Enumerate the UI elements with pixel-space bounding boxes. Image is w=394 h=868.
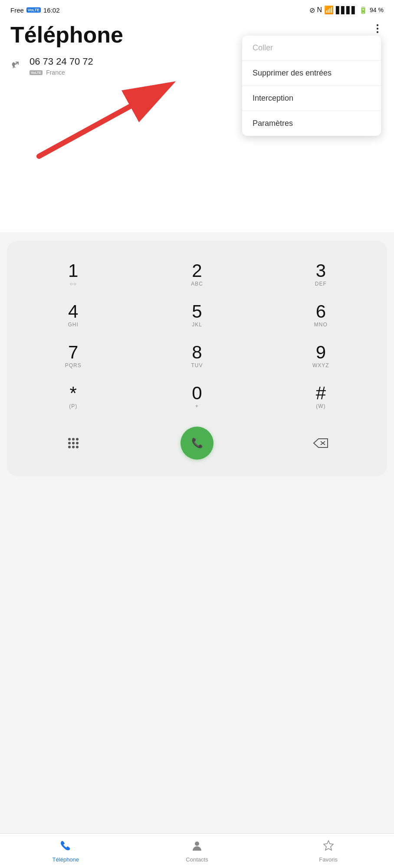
key-letters-8: TUV	[191, 362, 203, 368]
grid-dots-icon	[66, 435, 81, 451]
key-star[interactable]: * (P)	[11, 376, 135, 417]
favoris-nav-icon	[322, 839, 335, 855]
status-left: Free VoLTE 16:02	[10, 7, 60, 14]
key-number-3: 3	[316, 262, 326, 280]
dialpad-action-row: 📞 VoLTE	[11, 419, 383, 467]
svg-point-6	[72, 438, 75, 441]
carrier-label: Free	[10, 7, 24, 14]
key-letters-6: MNO	[314, 322, 328, 328]
key-number-6: 6	[316, 302, 326, 321]
middle-space	[0, 163, 394, 232]
call-button[interactable]: 📞 VoLTE	[181, 427, 213, 460]
dialpad-dots-button[interactable]	[11, 419, 135, 467]
call-phone-icon: 📞	[188, 434, 206, 452]
key-number-7: 7	[68, 343, 78, 362]
battery-icon: 🔋	[359, 6, 368, 14]
menu-item-coller[interactable]: Coller	[242, 36, 381, 61]
key-number-hash: #	[316, 384, 326, 402]
signal-icon: ▋▋▋▋	[336, 6, 357, 14]
key-3[interactable]: 3 DEF	[259, 254, 383, 295]
annotation-arrow	[26, 93, 178, 163]
key-letters-1: ○○	[69, 281, 77, 287]
volte-small-badge: VoLTE	[30, 70, 43, 75]
svg-point-8	[68, 442, 71, 444]
key-7[interactable]: 7 PQRS	[11, 335, 135, 376]
dialpad-section: 1 ○○ 2 ABC 3 DEF 4 GHI 5 JKL 6 MNO 7 PQR…	[7, 241, 387, 476]
contacts-nav-label: Contacts	[186, 856, 208, 863]
svg-line-4	[39, 106, 130, 156]
menu-item-parametres[interactable]: Paramètres	[242, 111, 381, 136]
volte-badge: VoLTE	[26, 7, 41, 13]
svg-point-0	[377, 24, 378, 26]
status-right: ⊘ N 📶 ▋▋▋▋ 🔋 94 %	[309, 5, 384, 15]
key-letters-7: PQRS	[65, 362, 82, 368]
recent-call-info: 06 73 24 70 72 VoLTE France	[30, 56, 93, 76]
svg-point-5	[68, 438, 71, 441]
key-hash[interactable]: # (W)	[259, 376, 383, 417]
key-number-4: 4	[68, 302, 78, 321]
key-number-2: 2	[192, 262, 202, 280]
svg-point-11	[68, 446, 71, 448]
dropdown-menu: Coller Supprimer des entrées Interceptio…	[242, 36, 381, 136]
key-number-9: 9	[316, 343, 326, 362]
crossed-circle-icon: ⊘	[309, 6, 315, 14]
more-button[interactable]	[371, 23, 384, 37]
key-letters-star: (P)	[69, 403, 77, 409]
menu-item-interception[interactable]: Interception	[242, 86, 381, 111]
telephone-nav-icon	[59, 839, 72, 855]
nav-telephone[interactable]: Téléphone	[0, 834, 131, 868]
svg-point-1	[377, 28, 378, 30]
key-number-8: 8	[192, 343, 202, 362]
dialpad-grid: 1 ○○ 2 ABC 3 DEF 4 GHI 5 JKL 6 MNO 7 PQR…	[11, 254, 383, 417]
wifi-icon: 📶	[324, 5, 334, 15]
key-letters-0: +	[195, 403, 199, 409]
favoris-nav-label: Favoris	[319, 856, 338, 863]
svg-marker-18	[324, 841, 333, 850]
svg-point-7	[76, 438, 79, 441]
telephone-nav-label: Téléphone	[53, 856, 79, 863]
call-country: France	[46, 69, 65, 76]
status-icons: ⊘ N 📶 ▋▋▋▋ 🔋 94 %	[309, 5, 384, 15]
call-button-wrapper: 📞 VoLTE	[135, 419, 259, 467]
key-number-1: 1	[68, 262, 78, 280]
svg-point-2	[377, 31, 378, 33]
svg-point-13	[76, 446, 79, 448]
key-number-star: *	[69, 384, 76, 402]
key-8[interactable]: 8 TUV	[135, 335, 259, 376]
key-letters-2: ABC	[191, 281, 203, 287]
svg-point-12	[72, 446, 75, 448]
svg-point-9	[72, 442, 75, 444]
key-letters-3: DEF	[315, 281, 327, 287]
svg-point-17	[195, 842, 199, 846]
key-6[interactable]: 6 MNO	[259, 295, 383, 335]
key-letters-5: JKL	[192, 322, 202, 328]
call-sub: VoLTE France	[30, 69, 93, 76]
key-1[interactable]: 1 ○○	[11, 254, 135, 295]
key-letters-4: GHI	[68, 322, 78, 328]
battery-percent: 94 %	[370, 7, 384, 13]
menu-item-supprimer[interactable]: Supprimer des entrées	[242, 61, 381, 86]
time-label: 16:02	[43, 7, 60, 14]
nav-contacts[interactable]: Contacts	[131, 834, 263, 868]
nav-favoris[interactable]: Favoris	[263, 834, 394, 868]
svg-point-10	[76, 442, 79, 444]
svg-text:📞: 📞	[191, 437, 203, 449]
bottom-nav: Téléphone Contacts Favoris	[0, 833, 394, 868]
backspace-icon	[313, 437, 328, 449]
nfc-icon: N	[317, 6, 322, 14]
header-area: Téléphone 06 73 24 70 72 VoLTE France	[0, 18, 394, 85]
key-0[interactable]: 0 +	[135, 376, 259, 417]
key-5[interactable]: 5 JKL	[135, 295, 259, 335]
key-number-5: 5	[192, 302, 202, 321]
backspace-button[interactable]	[259, 419, 383, 467]
volte-call-label: VoLTE	[191, 8, 203, 12]
key-2[interactable]: 2 ABC	[135, 254, 259, 295]
key-number-0: 0	[192, 384, 202, 402]
call-number: 06 73 24 70 72	[30, 56, 93, 67]
key-9[interactable]: 9 WXYZ	[259, 335, 383, 376]
contacts-nav-icon	[191, 839, 203, 855]
key-letters-hash: (W)	[316, 403, 325, 409]
key-letters-9: WXYZ	[312, 362, 329, 368]
outgoing-call-icon	[10, 59, 23, 73]
key-4[interactable]: 4 GHI	[11, 295, 135, 335]
